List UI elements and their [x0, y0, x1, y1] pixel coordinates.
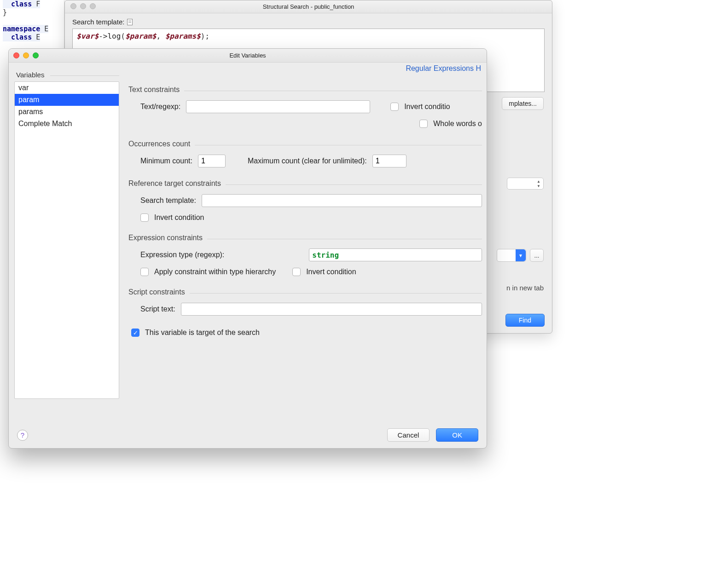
- script-text-label: Script text:: [140, 305, 175, 313]
- find-button[interactable]: Find: [505, 314, 545, 327]
- code-keyword: class: [11, 33, 32, 41]
- close-icon[interactable]: [13, 52, 19, 58]
- editor-code-background: class F } namespace E class E: [0, 0, 64, 51]
- minimize-icon[interactable]: [80, 3, 86, 9]
- list-item[interactable]: params: [15, 106, 119, 118]
- section-title: Script constraints: [128, 288, 482, 296]
- templates-button[interactable]: mplates...: [502, 97, 544, 110]
- expr-type-input[interactable]: string: [309, 248, 482, 261]
- text-regexp-input[interactable]: [186, 100, 370, 113]
- dialog-title: Structural Search - public_function: [263, 3, 354, 10]
- dialog-titlebar[interactable]: Structural Search - public_function: [65, 0, 552, 13]
- whole-words-checkbox[interactable]: [419, 120, 428, 128]
- list-item[interactable]: var: [15, 82, 119, 94]
- maximize-icon[interactable]: [33, 52, 39, 58]
- min-count-input[interactable]: [198, 155, 226, 167]
- dialog-titlebar[interactable]: Edit Variables: [9, 49, 487, 63]
- whole-words-label: Whole words o: [433, 120, 482, 128]
- code-keyword: namespace: [3, 25, 40, 33]
- invert-condition-checkbox[interactable]: [390, 103, 399, 111]
- close-icon[interactable]: [70, 3, 76, 9]
- regex-help-link[interactable]: Regular Expressions H: [406, 64, 481, 73]
- target-checkbox[interactable]: [131, 329, 139, 337]
- help-icon[interactable]: ?: [17, 430, 28, 441]
- ref-invert-checkbox[interactable]: [140, 213, 149, 222]
- maximize-icon[interactable]: [90, 3, 96, 9]
- ref-template-label: Search template:: [140, 196, 196, 205]
- list-item[interactable]: param: [15, 94, 119, 106]
- hierarchy-checkbox[interactable]: [140, 268, 149, 276]
- expr-invert-checkbox[interactable]: [292, 268, 301, 276]
- invert-condition-label: Invert conditio: [404, 103, 450, 111]
- min-count-label: Minimum count:: [140, 157, 192, 165]
- expr-type-label: Expression type (regexp):: [140, 251, 224, 259]
- edit-variables-dialog: Edit Variables Variables var param param…: [8, 48, 487, 449]
- select-stepper[interactable]: ▲▼: [507, 178, 544, 190]
- variables-header: Variables: [16, 71, 44, 79]
- dialog-title: Edit Variables: [229, 52, 266, 59]
- target-label: This variable is target of the search: [145, 329, 260, 337]
- minimize-icon[interactable]: [23, 52, 29, 58]
- code-brace: }: [3, 8, 7, 17]
- code-keyword: class: [11, 0, 32, 8]
- hierarchy-label: Apply constraint within type hierarchy: [154, 268, 276, 276]
- section-title: Reference target constraints: [128, 179, 482, 188]
- section-title: Text constraints: [128, 86, 482, 94]
- variables-list[interactable]: var param params Complete Match: [14, 81, 119, 399]
- ref-template-input[interactable]: [202, 194, 482, 207]
- cancel-button[interactable]: Cancel: [387, 428, 430, 442]
- chevron-down-icon[interactable]: ▼: [535, 184, 542, 188]
- text-regexp-label: Text/regexp:: [140, 103, 180, 111]
- chevron-up-icon[interactable]: ▲: [535, 179, 542, 184]
- chevron-down-icon[interactable]: ▼: [516, 249, 526, 261]
- script-text-input[interactable]: [181, 303, 482, 316]
- expr-invert-label: Invert condition: [306, 268, 356, 276]
- ok-button[interactable]: OK: [436, 428, 478, 442]
- more-button[interactable]: ...: [530, 249, 544, 262]
- search-template-label: Search template:: [72, 18, 545, 26]
- section-title: Expression constraints: [128, 234, 482, 242]
- window-controls: [13, 52, 39, 58]
- max-count-label: Maximum count (clear for unlimited):: [248, 157, 367, 165]
- open-new-tab-label: n in new tab: [506, 284, 544, 292]
- window-controls: [70, 3, 96, 9]
- max-count-input[interactable]: [372, 155, 406, 167]
- document-icon: [127, 19, 133, 25]
- list-item[interactable]: Complete Match: [15, 118, 119, 130]
- section-title: Occurrences count: [128, 140, 482, 148]
- context-dropdown[interactable]: ▼: [497, 249, 526, 262]
- ref-invert-label: Invert condition: [154, 213, 204, 222]
